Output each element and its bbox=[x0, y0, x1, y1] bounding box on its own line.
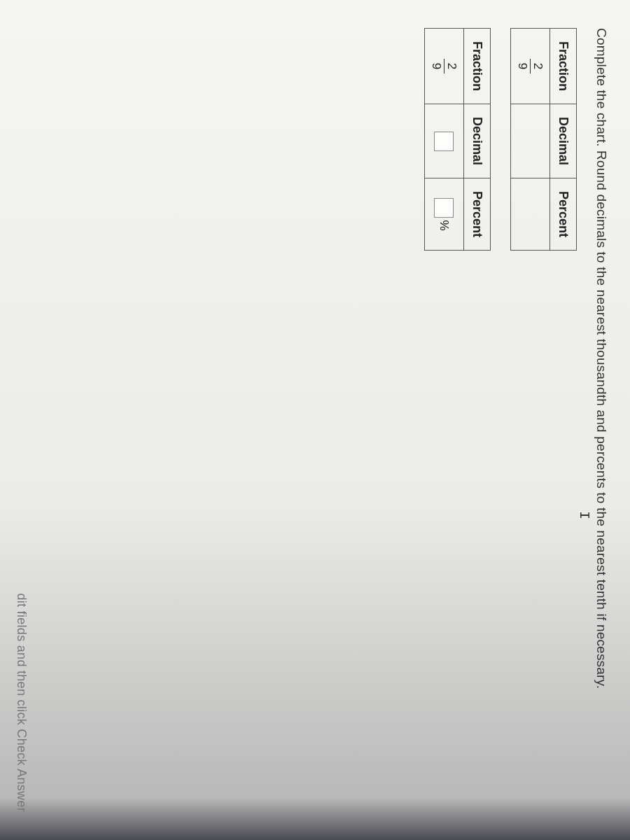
table-row: 2 9 bbox=[511, 29, 550, 251]
col-fraction: Fraction bbox=[464, 29, 491, 104]
table-header-row: Fraction Decimal Percent bbox=[550, 29, 577, 251]
col-percent: Percent bbox=[464, 178, 491, 251]
fraction-numerator: 2 bbox=[531, 59, 544, 74]
footer-hint: dit fields and then click Check Answer bbox=[14, 593, 29, 812]
fraction-denominator: 9 bbox=[430, 59, 444, 74]
fraction-cell: 2 9 bbox=[511, 29, 550, 104]
col-percent: Percent bbox=[550, 178, 577, 251]
percent-input-cell: % bbox=[425, 178, 464, 251]
col-fraction: Fraction bbox=[550, 29, 577, 104]
answer-table: Fraction Decimal Percent 2 9 % bbox=[424, 28, 491, 251]
col-decimal: Decimal bbox=[550, 104, 577, 178]
text-cursor-glyph: I bbox=[576, 511, 592, 519]
table-row: 2 9 % bbox=[425, 29, 464, 251]
instruction-text: Complete the chart. Round decimals to th… bbox=[594, 28, 609, 812]
fraction-display: 2 9 bbox=[430, 59, 458, 74]
col-decimal: Decimal bbox=[464, 104, 491, 178]
percent-cell-empty bbox=[511, 178, 550, 251]
percent-sign: % bbox=[438, 220, 451, 231]
table-header-row: Fraction Decimal Percent bbox=[464, 29, 491, 251]
percent-input[interactable] bbox=[435, 198, 454, 218]
reference-table: Fraction Decimal Percent 2 9 bbox=[510, 28, 577, 251]
fraction-display: 2 9 bbox=[517, 59, 544, 74]
fraction-numerator: 2 bbox=[444, 59, 458, 74]
decimal-cell-empty bbox=[511, 104, 550, 178]
fraction-denominator: 9 bbox=[517, 59, 531, 74]
decimal-input[interactable] bbox=[435, 132, 454, 151]
decimal-input-cell bbox=[425, 104, 464, 178]
fraction-cell: 2 9 bbox=[425, 29, 464, 104]
